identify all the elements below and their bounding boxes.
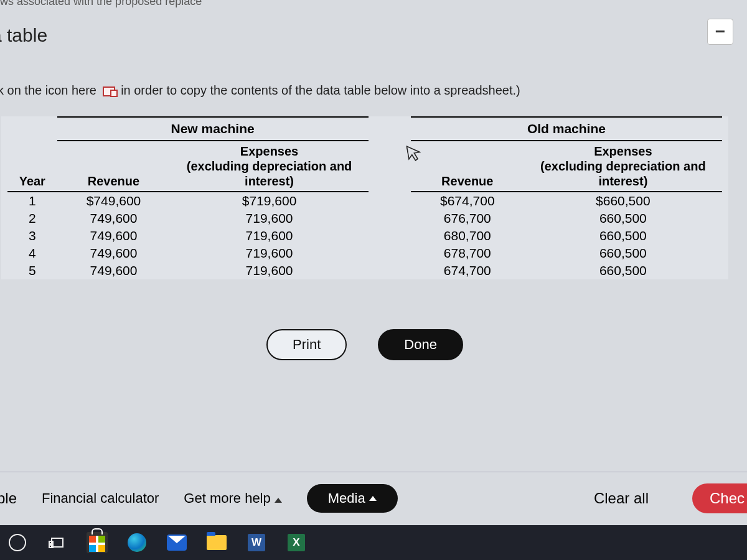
cell-old-expenses: 660,500 bbox=[524, 227, 722, 245]
cell-new-expenses: 719,600 bbox=[170, 210, 368, 227]
edge-icon[interactable] bbox=[126, 531, 148, 554]
cell-old-revenue: 674,700 bbox=[411, 262, 524, 279]
windows-taskbar: W X bbox=[0, 525, 747, 560]
clear-all-link[interactable]: Clear all bbox=[594, 490, 649, 507]
table-row: 3749,600719,600680,700660,500 bbox=[7, 227, 722, 245]
table-row: 4749,600719,600678,700660,500 bbox=[7, 245, 722, 262]
cell-new-expenses: 719,600 bbox=[170, 227, 368, 245]
table-row: 2749,600719,600676,700660,500 bbox=[7, 210, 722, 227]
media-dropdown[interactable]: Media bbox=[307, 484, 398, 513]
done-button[interactable]: Done bbox=[378, 329, 463, 360]
cell-year: 4 bbox=[7, 245, 57, 262]
header-old-machine: Old machine bbox=[411, 117, 722, 141]
cell-old-revenue: 678,700 bbox=[411, 245, 524, 262]
cell-old-expenses: 660,500 bbox=[524, 262, 722, 279]
word-icon[interactable]: W bbox=[245, 531, 268, 554]
excel-icon[interactable]: X bbox=[285, 531, 308, 554]
cell-old-expenses: 660,500 bbox=[524, 245, 722, 262]
table-row: 1$749,600$719,600$674,700$660,500 bbox=[7, 192, 722, 210]
caret-up-icon bbox=[369, 496, 377, 501]
cell-new-revenue: $749,600 bbox=[57, 192, 171, 210]
footer-toolbar: ple Financial calculator Get more help M… bbox=[0, 472, 747, 513]
header-old-revenue: Revenue bbox=[411, 141, 524, 192]
table-row: 5749,600719,600674,700660,500 bbox=[7, 262, 722, 279]
cell-old-expenses: $660,500 bbox=[524, 192, 722, 210]
data-table: New machine Old machine Year Revenue Exp… bbox=[1, 116, 728, 279]
mail-icon[interactable] bbox=[166, 531, 188, 554]
cell-old-expenses: 660,500 bbox=[524, 210, 722, 227]
cell-year: 5 bbox=[7, 262, 57, 279]
check-button[interactable]: Chec bbox=[692, 483, 747, 513]
header-new-revenue: Revenue bbox=[57, 141, 171, 192]
print-button[interactable]: Print bbox=[266, 329, 347, 360]
instruction-text: ck on the icon here in order to copy the… bbox=[0, 83, 741, 98]
header-old-expenses: Expenses (excluding depreciation and int… bbox=[524, 141, 722, 192]
cell-new-revenue: 749,600 bbox=[57, 227, 171, 245]
cell-year: 2 bbox=[7, 210, 57, 227]
caret-up-icon bbox=[275, 498, 282, 503]
cell-old-revenue: 680,700 bbox=[411, 227, 524, 245]
cell-new-expenses: $719,600 bbox=[170, 192, 368, 210]
microsoft-store-icon[interactable] bbox=[86, 531, 108, 554]
cell-new-revenue: 749,600 bbox=[57, 262, 171, 279]
cell-new-expenses: 719,600 bbox=[170, 245, 368, 262]
task-view-icon[interactable] bbox=[46, 531, 68, 554]
header-new-machine: New machine bbox=[57, 117, 369, 141]
file-explorer-icon[interactable] bbox=[205, 531, 228, 554]
cell-year: 1 bbox=[7, 192, 57, 210]
cell-old-revenue: 676,700 bbox=[411, 210, 524, 227]
footer-ple-fragment[interactable]: ple bbox=[0, 490, 17, 507]
cell-new-revenue: 749,600 bbox=[57, 210, 171, 227]
cell-new-expenses: 719,600 bbox=[170, 262, 368, 279]
cell-year: 3 bbox=[7, 227, 57, 245]
cell-old-revenue: $674,700 bbox=[411, 192, 524, 210]
partial-text-top: Cash flows associated with the proposed … bbox=[0, 0, 202, 8]
instruction-suffix: in order to copy the contents of the dat… bbox=[121, 83, 520, 97]
copy-icon[interactable] bbox=[103, 86, 115, 96]
page-title-fragment: a table bbox=[0, 25, 741, 46]
get-more-help-dropdown[interactable]: Get more help bbox=[184, 490, 281, 506]
cell-new-revenue: 749,600 bbox=[57, 245, 171, 262]
instruction-prefix: ck on the icon here bbox=[0, 83, 96, 97]
financial-calculator-link[interactable]: Financial calculator bbox=[42, 490, 159, 506]
header-year: Year bbox=[7, 141, 57, 192]
header-new-expenses: Expenses (excluding depreciation and int… bbox=[170, 141, 368, 192]
cortana-circle-icon[interactable] bbox=[6, 531, 29, 554]
